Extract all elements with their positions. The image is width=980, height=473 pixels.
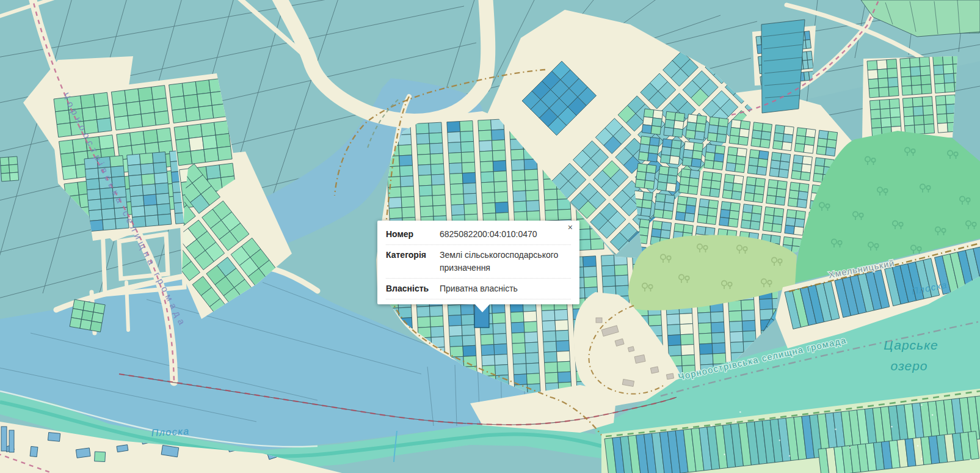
parcel[interactable] xyxy=(463,183,476,194)
parcel[interactable] xyxy=(493,334,507,345)
parcel[interactable] xyxy=(699,323,712,334)
parcel[interactable] xyxy=(792,163,802,172)
parcel[interactable] xyxy=(481,345,495,356)
parcel[interactable] xyxy=(542,310,555,321)
parcel[interactable] xyxy=(495,202,509,213)
parcel[interactable] xyxy=(891,117,901,127)
parcel[interactable] xyxy=(653,110,662,119)
parcel[interactable] xyxy=(449,152,462,163)
parcel[interactable] xyxy=(902,98,913,108)
parcel[interactable] xyxy=(661,222,671,231)
parcel[interactable] xyxy=(923,106,933,116)
parcel[interactable] xyxy=(545,362,558,373)
parcel[interactable] xyxy=(727,155,736,164)
parcel[interactable] xyxy=(681,355,695,366)
parcel[interactable] xyxy=(155,183,169,194)
parcel[interactable] xyxy=(680,177,689,186)
parcel[interactable] xyxy=(683,149,693,158)
parcel[interactable] xyxy=(901,76,912,86)
parcel[interactable] xyxy=(495,192,508,203)
popup-close-button[interactable]: × xyxy=(565,222,575,233)
parcel[interactable] xyxy=(769,168,779,177)
parcel[interactable] xyxy=(675,212,685,221)
parcel[interactable] xyxy=(910,67,921,76)
parcel[interactable] xyxy=(921,84,932,94)
parcel[interactable] xyxy=(463,193,477,204)
parcel[interactable] xyxy=(103,219,116,230)
parcel[interactable] xyxy=(697,215,707,224)
parcel[interactable] xyxy=(556,340,570,351)
parcel[interactable] xyxy=(690,170,700,179)
parcel[interactable] xyxy=(117,133,131,147)
parcel[interactable] xyxy=(62,165,77,180)
parcel[interactable] xyxy=(460,120,473,131)
parcel[interactable] xyxy=(651,126,661,135)
parcel[interactable] xyxy=(771,160,780,169)
parcel[interactable] xyxy=(675,112,684,122)
parcel[interactable] xyxy=(791,170,801,180)
parcel[interactable] xyxy=(708,125,718,134)
parcel[interactable] xyxy=(615,275,628,286)
parcel[interactable] xyxy=(708,200,718,209)
parcel[interactable] xyxy=(668,167,678,177)
parcel[interactable] xyxy=(753,122,763,131)
parcel[interactable] xyxy=(512,343,526,354)
parcel[interactable] xyxy=(922,97,932,106)
parcel[interactable] xyxy=(764,215,774,224)
parcel[interactable] xyxy=(901,67,911,77)
parcel[interactable] xyxy=(448,132,461,143)
parcel[interactable] xyxy=(677,204,686,213)
parcel[interactable] xyxy=(449,336,463,346)
parcel[interactable] xyxy=(752,205,762,215)
parcel[interactable] xyxy=(416,306,430,317)
parcel[interactable] xyxy=(523,311,537,322)
parcel[interactable] xyxy=(805,31,810,40)
parcel[interactable] xyxy=(400,176,413,187)
parcel[interactable] xyxy=(665,119,675,128)
parcel[interactable] xyxy=(174,126,189,141)
parcel[interactable] xyxy=(742,320,755,331)
parcel[interactable] xyxy=(731,120,741,129)
parcel[interactable] xyxy=(661,147,671,156)
parcel[interactable] xyxy=(776,188,786,197)
parcel[interactable] xyxy=(90,321,102,332)
parcel[interactable] xyxy=(482,193,495,204)
parcel[interactable] xyxy=(715,145,725,155)
parcel[interactable] xyxy=(402,207,415,218)
parcel[interactable] xyxy=(657,182,667,191)
parcel[interactable] xyxy=(217,146,232,161)
parcel[interactable] xyxy=(681,169,691,178)
parcel[interactable] xyxy=(447,122,460,133)
parcel[interactable] xyxy=(545,210,559,221)
parcel[interactable] xyxy=(153,152,166,163)
parcel[interactable] xyxy=(695,123,705,133)
parcel[interactable] xyxy=(775,196,785,205)
parcel[interactable] xyxy=(716,134,726,143)
parcel[interactable] xyxy=(156,128,171,142)
parcel[interactable] xyxy=(189,137,204,152)
parcel[interactable] xyxy=(786,210,796,219)
parcel[interactable] xyxy=(90,220,103,232)
parcel[interactable] xyxy=(480,161,493,172)
parcel[interactable] xyxy=(782,142,792,151)
parcel[interactable] xyxy=(479,141,493,152)
parcel[interactable] xyxy=(450,183,463,194)
parcel[interactable] xyxy=(730,342,744,353)
parcel[interactable] xyxy=(583,256,597,267)
parcel[interactable] xyxy=(658,174,668,183)
parcel[interactable] xyxy=(696,226,706,235)
parcel[interactable] xyxy=(494,182,507,193)
parcel[interactable] xyxy=(730,331,743,342)
parcel[interactable] xyxy=(0,157,9,166)
parcel[interactable] xyxy=(903,107,913,117)
parcel[interactable] xyxy=(921,75,931,85)
parcel[interactable] xyxy=(667,314,680,325)
parcel[interactable] xyxy=(816,146,826,155)
parcel[interactable] xyxy=(449,325,462,336)
parcel[interactable] xyxy=(912,85,922,95)
parcel[interactable] xyxy=(70,318,81,329)
parcel[interactable] xyxy=(680,334,694,345)
parcel[interactable] xyxy=(95,105,110,120)
parcel[interactable] xyxy=(59,140,74,155)
parcel[interactable] xyxy=(760,299,773,310)
